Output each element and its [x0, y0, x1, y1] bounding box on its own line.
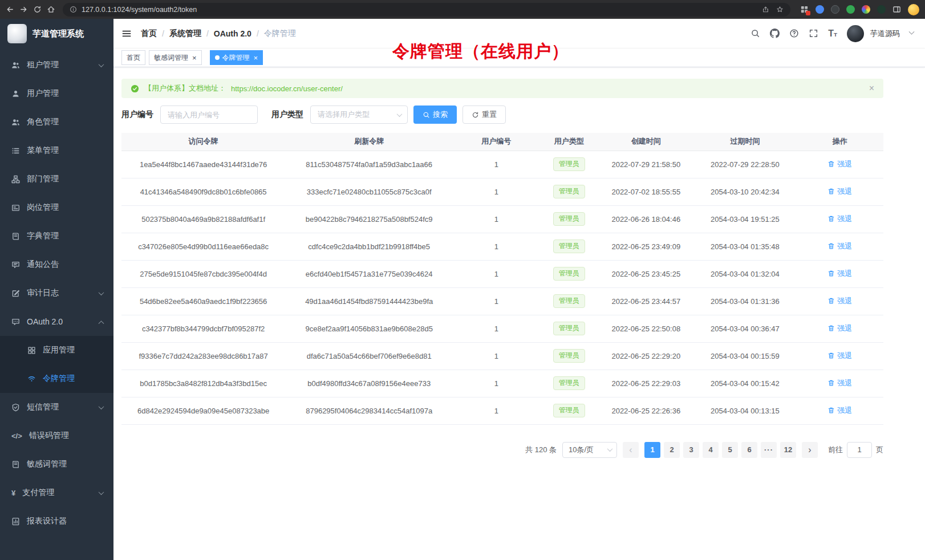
pager: 123456···12 — [644, 442, 796, 458]
back-icon[interactable] — [6, 5, 14, 14]
total-count: 共 120 条 — [525, 445, 557, 455]
pager-more-button[interactable]: ··· — [761, 442, 777, 458]
force-logout-button[interactable]: 强退 — [827, 351, 852, 361]
share-icon[interactable] — [762, 6, 769, 13]
force-logout-button[interactable]: 强退 — [827, 405, 852, 416]
extension-icon-teal[interactable] — [877, 5, 886, 14]
sidebar-item-报表设计器[interactable]: 报表设计器 — [0, 507, 113, 535]
page-size-select[interactable]: 10条/页 — [562, 442, 617, 458]
username[interactable]: 芋道源码 — [870, 29, 900, 39]
user-id-label: 用户编号 — [121, 109, 153, 120]
sidebar-item-部门管理[interactable]: 部门管理 — [0, 165, 113, 193]
page-button-2[interactable]: 2 — [664, 442, 680, 458]
page-button-5[interactable]: 5 — [722, 442, 738, 458]
prev-page-button[interactable]: ‹ — [623, 442, 639, 458]
force-logout-button[interactable]: 强退 — [827, 323, 852, 334]
force-logout-button[interactable]: 强退 — [827, 296, 852, 306]
force-logout-button[interactable]: 强退 — [827, 269, 852, 279]
breadcrumb-item[interactable]: 首页 — [141, 29, 157, 39]
page-button-12[interactable]: 12 — [780, 442, 796, 458]
page-button-3[interactable]: 3 — [683, 442, 699, 458]
breadcrumb-separator: / — [162, 29, 164, 38]
tab-令牌管理[interactable]: 令牌管理× — [210, 50, 263, 65]
table-row: 6d842e2924594de9a09e45e087323abe8796295f… — [121, 397, 883, 424]
sidebar-item-短信管理[interactable]: 短信管理 — [0, 393, 113, 421]
sidebar-item-菜单管理[interactable]: 菜单管理 — [0, 136, 113, 165]
select-placeholder: 请选择用户类型 — [318, 109, 370, 120]
user-type-badge: 管理员 — [553, 240, 585, 253]
trash-icon — [827, 270, 835, 277]
github-icon[interactable] — [770, 29, 780, 38]
force-logout-button[interactable]: 强退 — [827, 241, 852, 251]
report-icon — [11, 517, 20, 526]
user-avatar[interactable] — [847, 25, 864, 42]
extension-icon-color[interactable] — [862, 5, 870, 14]
sidebar-item-支付管理[interactable]: ¥支付管理 — [0, 478, 113, 507]
tab-敏感词管理[interactable]: 敏感词管理× — [149, 50, 202, 65]
user-id-input[interactable] — [160, 105, 258, 124]
sidebar-item-字典管理[interactable]: 字典管理 — [0, 222, 113, 250]
page-button-6[interactable]: 6 — [741, 442, 757, 458]
user-type-badge: 管理员 — [553, 294, 585, 308]
bookmark-star-icon[interactable] — [776, 6, 784, 13]
sidebar-item-审计日志[interactable]: 审计日志 — [0, 279, 113, 307]
extension-icon-blue[interactable] — [816, 5, 824, 14]
sidebar-item-租户管理[interactable]: 租户管理 — [0, 51, 113, 79]
sidebar-item-角色管理[interactable]: 角色管理 — [0, 108, 113, 136]
search-button[interactable]: 搜索 — [413, 105, 457, 124]
home-icon[interactable] — [47, 5, 55, 14]
reload-icon[interactable] — [33, 5, 42, 14]
font-size-icon[interactable]: TT — [828, 29, 837, 38]
force-logout-button[interactable]: 强退 — [827, 159, 852, 169]
extension-icon-dark[interactable] — [831, 5, 839, 14]
close-icon[interactable]: × — [869, 84, 874, 93]
close-icon[interactable]: × — [254, 54, 258, 62]
chevron-down-icon[interactable] — [909, 29, 915, 35]
sidebar-item-应用管理[interactable]: 应用管理 — [0, 336, 113, 364]
sidebar-item-OAuth-2.0[interactable]: OAuth 2.0 — [0, 307, 113, 336]
hamburger-icon[interactable] — [121, 29, 132, 39]
cell-access-token: 275e5de9151045fe87cbdc395e004f4d — [121, 260, 285, 287]
sidebar-item-错误码管理[interactable]: </>错误码管理 — [0, 421, 113, 450]
close-icon[interactable]: × — [192, 54, 197, 62]
next-page-button[interactable]: › — [802, 442, 818, 458]
app-logo[interactable]: 芋道管理系统 — [0, 19, 113, 48]
sidebar-item-通知公告[interactable]: 通知公告 — [0, 250, 113, 279]
help-icon[interactable] — [789, 29, 799, 38]
alert-text: 【用户体系】文档地址： — [144, 83, 226, 94]
cell-refresh-token: 9ce8ef2aa9f14056b831ae9b608e28d5 — [285, 315, 453, 342]
cell-access-token: 502375b8040a469a9b82188afdf6af1f — [121, 205, 285, 233]
force-logout-button[interactable]: 强退 — [827, 214, 852, 224]
sidebar-item-敏感词管理[interactable]: 敏感词管理 — [0, 450, 113, 478]
sidebar-item-岗位管理[interactable]: 岗位管理 — [0, 193, 113, 222]
alert-doc-link[interactable]: https://doc.iocoder.cn/user-center/ — [231, 84, 343, 93]
extension-icon[interactable] — [800, 5, 809, 14]
app-shell: 芋道管理系统 租户管理用户管理角色管理菜单管理部门管理岗位管理字典管理通知公告审… — [0, 19, 925, 560]
column-header: 访问令牌 — [121, 133, 285, 151]
table-row: c342377bf8b344799dcbf7bf095287f29ce8ef2a… — [121, 315, 883, 342]
sidebar-panel-icon[interactable] — [892, 5, 901, 14]
tab-首页[interactable]: 首页 — [121, 50, 145, 65]
sidebar-item-用户管理[interactable]: 用户管理 — [0, 79, 113, 108]
info-icon[interactable] — [70, 6, 77, 13]
user-type-select[interactable]: 请选择用户类型 — [310, 105, 408, 124]
goto-page-input[interactable] — [847, 442, 872, 458]
page-button-1[interactable]: 1 — [644, 442, 660, 458]
search-icon[interactable] — [750, 29, 760, 38]
browser-profile-avatar[interactable] — [908, 4, 919, 15]
search-form: 用户编号 用户类型 请选择用户类型 搜索 重置 — [121, 105, 883, 124]
fullscreen-icon[interactable] — [809, 29, 818, 38]
breadcrumb-item[interactable]: 系统管理 — [169, 29, 201, 39]
forward-icon[interactable] — [19, 5, 28, 14]
url-bar[interactable]: 127.0.0.1:1024/system/oauth2/token — [63, 3, 790, 17]
force-logout-button[interactable]: 强退 — [827, 378, 852, 388]
yen-icon: ¥ — [11, 489, 15, 497]
sidebar-item-令牌管理[interactable]: 令牌管理 — [0, 364, 113, 393]
force-logout-button[interactable]: 强退 — [827, 186, 852, 197]
reset-button[interactable]: 重置 — [462, 105, 506, 124]
breadcrumb-item[interactable]: OAuth 2.0 — [214, 29, 251, 38]
url-text: 127.0.0.1:1024/system/oauth2/token — [82, 6, 197, 14]
cell-create-time: 2022-06-25 23:49:09 — [598, 233, 693, 260]
page-button-4[interactable]: 4 — [703, 442, 719, 458]
extension-icon-green[interactable] — [846, 5, 855, 14]
